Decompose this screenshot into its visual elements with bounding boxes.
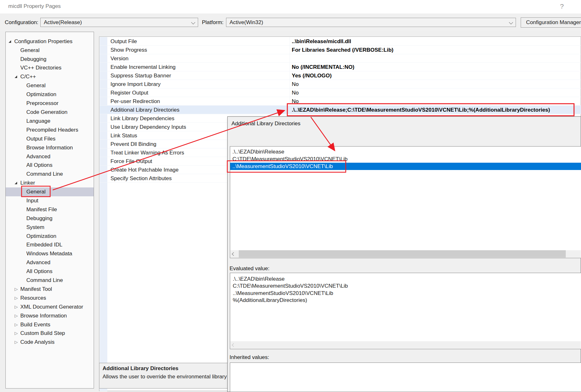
tree-item-preprocessor-sub[interactable]: Preprocessor (6, 99, 94, 108)
collapsed-arrow-icon[interactable]: ▷ (15, 320, 18, 329)
tree-item-all-options-sub[interactable]: All Options (6, 267, 94, 276)
property-value[interactable]: No (/INCREMENTAL:NO) (292, 63, 354, 71)
property-row-additional-library-directories[interactable]: Additional Library Directories.\..\EZAD\… (100, 106, 581, 114)
property-value[interactable]: No (292, 88, 299, 97)
tree-item-label: Browse Information (20, 311, 67, 320)
tree-item-manifest-tool[interactable]: ▷Manifest Tool (6, 285, 94, 294)
tree-item-command-line-sub[interactable]: Command Line (6, 170, 94, 179)
chevron-down-icon (509, 20, 513, 24)
tree-item-advanced-sub[interactable]: Advanced (6, 152, 94, 161)
tree-item-configuration-properties[interactable]: Configuration Properties (6, 37, 94, 46)
tree-item-manifest-file-sub[interactable]: Manifest File (6, 205, 94, 214)
configuration-manager-button[interactable]: Configuration Manager... (521, 17, 581, 28)
expanded-arrow-icon[interactable] (15, 75, 17, 78)
tree-item-label: Linker (20, 179, 35, 187)
tree-item-label: Code Analysis (20, 338, 55, 347)
collapsed-arrow-icon[interactable]: ▷ (15, 294, 18, 303)
property-name: Link Status (110, 131, 137, 140)
tree-item-label: Manifest File (26, 205, 57, 214)
configuration-dropdown[interactable]: Active(Release) (40, 18, 198, 27)
tree-item-label: Input (26, 196, 38, 205)
expanded-arrow-icon[interactable] (9, 40, 11, 43)
tree-item-label: Manifest Tool (20, 285, 52, 294)
tree-item-debugging-sub[interactable]: Debugging (6, 214, 94, 223)
tree-item-output-files-sub[interactable]: Output Files (6, 134, 94, 143)
tree-item-general-sub[interactable]: General (6, 81, 94, 90)
evaluated-hscrollbar[interactable] (230, 341, 581, 349)
tree-item-command-line-sub[interactable]: Command Line (6, 276, 94, 285)
collapsed-arrow-icon[interactable]: ▷ (15, 311, 18, 320)
tree-item-c-c[interactable]: C/C++ (6, 72, 94, 81)
tree-item-language-sub[interactable]: Language (6, 117, 94, 126)
property-value[interactable]: No (292, 97, 299, 106)
property-row-ignore-import-library[interactable]: Ignore Import LibraryNo (100, 80, 581, 88)
tree-item-code-analysis[interactable]: ▷Code Analysis (6, 338, 94, 347)
tree-item-vc-directories[interactable]: VC++ Directories (6, 63, 94, 72)
evaluated-value-line: %(AdditionalLibraryDirectories) (233, 297, 581, 304)
property-row-version[interactable]: Version (100, 54, 581, 63)
tree-item-label: General (26, 81, 45, 90)
tree-item-label: System (26, 223, 44, 232)
tree-item-general[interactable]: General (6, 46, 94, 55)
tree-item-debugging[interactable]: Debugging (6, 55, 94, 64)
tree-item-precompiled-headers-sub[interactable]: Precompiled Headers (6, 126, 94, 134)
tree-item-browse-information[interactable]: ▷Browse Information (6, 311, 94, 320)
help-icon[interactable]: ? (560, 3, 564, 10)
property-name: Output File (110, 37, 137, 46)
directory-list-item[interactable]: .\..\EZAD\bin\Release (230, 148, 581, 155)
platform-dropdown[interactable]: Active(Win32) (226, 18, 516, 27)
property-row-enable-incremental-linking[interactable]: Enable Incremental LinkingNo (/INCREMENT… (100, 63, 581, 71)
tree-item-code-generation-sub[interactable]: Code Generation (6, 108, 94, 117)
property-name: Version (110, 54, 129, 63)
collapsed-arrow-icon[interactable]: ▷ (15, 329, 18, 338)
property-name: Ignore Import Library (110, 80, 161, 88)
tree-item-input-sub[interactable]: Input (6, 196, 94, 205)
tree-item-xml-document-generator[interactable]: ▷XML Document Generator (6, 303, 94, 311)
directory-list-item[interactable]: C:\TDE\MeasurementStudioVS2010\VCNET\Lib (230, 155, 581, 163)
tree-item-windows-metadata-sub[interactable]: Windows Metadata (6, 249, 94, 258)
tree-item-optimization-sub[interactable]: Optimization (6, 232, 94, 241)
property-value[interactable]: For Libraries Searched (/VERBOSE:Lib) (292, 46, 393, 54)
tree-item-label: Debugging (26, 214, 52, 223)
directory-list-item[interactable]: ..\MeasurementStudioVS2010\VCNET\Lib (230, 163, 581, 170)
property-row-register-output[interactable]: Register OutputNo (100, 88, 581, 97)
property-row-per-user-redirection[interactable]: Per-user RedirectionNo (100, 97, 581, 106)
property-value[interactable]: No (292, 80, 299, 88)
property-value[interactable]: Yes (/NOLOGO) (292, 71, 332, 80)
property-name: Link Library Dependencies (110, 114, 174, 123)
platform-value: Active(Win32) (230, 19, 507, 26)
property-name: Additional Library Directories (110, 106, 179, 114)
inherited-values-label: Inherited values: (230, 354, 269, 361)
property-name: Treat Linker Warning As Errors (110, 148, 184, 157)
tree-item-all-options-sub[interactable]: All Options (6, 161, 94, 170)
tree-item-embedded-idl-sub[interactable]: Embedded IDL (6, 240, 94, 249)
tree-item-label: Resources (20, 294, 46, 303)
listbox-hscrollbar[interactable] (230, 250, 581, 258)
dialog-body: Configuration PropertiesGeneralDebugging… (0, 31, 581, 392)
collapsed-arrow-icon[interactable]: ▷ (15, 303, 18, 311)
property-value[interactable]: ..\bin\Release/micdll.dll (292, 37, 351, 46)
tree-item-resources[interactable]: ▷Resources (6, 294, 94, 303)
scrollbar-thumb[interactable] (239, 250, 566, 258)
tree-item-general-sub[interactable]: General (6, 187, 94, 196)
expanded-arrow-icon[interactable] (15, 182, 17, 184)
property-row-output-file[interactable]: Output File..\bin\Release/micdll.dll (100, 37, 581, 46)
tree-item-optimization-sub[interactable]: Optimization (6, 90, 94, 99)
tree-item-browse-information-sub[interactable]: Browse Information (6, 143, 94, 152)
tree-item-custom-build-step[interactable]: ▷Custom Build Step (6, 329, 94, 338)
tree-item-build-events[interactable]: ▷Build Events (6, 320, 94, 329)
tree-item-label: Optimization (26, 232, 56, 241)
collapsed-arrow-icon[interactable]: ▷ (15, 285, 18, 294)
property-row-show-progress[interactable]: Show ProgressFor Libraries Searched (/VE… (100, 46, 581, 54)
scroll-left-icon[interactable] (232, 252, 235, 256)
directories-listbox[interactable]: .\..\EZAD\bin\ReleaseC:\TDE\MeasurementS… (230, 146, 581, 258)
property-value[interactable]: .\..\EZAD\bin\Release;C:\TDE\Measurement… (292, 106, 550, 114)
tree-item-system-sub[interactable]: System (6, 223, 94, 232)
tree-item-advanced-sub[interactable]: Advanced (6, 258, 94, 267)
collapsed-arrow-icon[interactable]: ▷ (15, 338, 18, 347)
tree-item-linker[interactable]: Linker (6, 179, 94, 187)
inherited-values-box (230, 363, 581, 392)
description-title: Additional Library Directories (103, 365, 178, 372)
tree-item-label: Language (26, 117, 50, 126)
property-row-suppress-startup-banner[interactable]: Suppress Startup BannerYes (/NOLOGO) (100, 71, 581, 80)
